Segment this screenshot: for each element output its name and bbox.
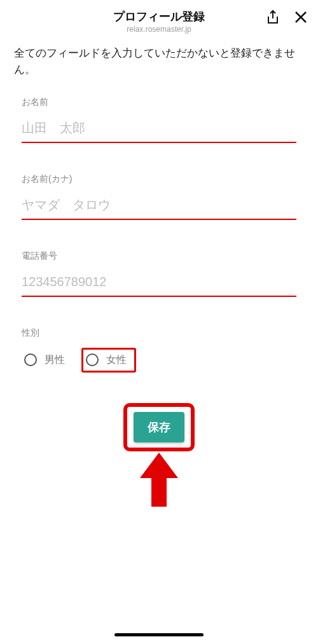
name-kana-field: お名前(カナ) — [22, 174, 296, 220]
notice-text: 全てのフィールドを入力していただかないと登録できません。 — [0, 39, 318, 83]
share-button[interactable] — [265, 9, 281, 25]
phone-input[interactable] — [22, 271, 296, 297]
save-highlight: 保存 — [123, 403, 195, 451]
svg-marker-0 — [140, 453, 178, 507]
close-button[interactable] — [293, 9, 309, 25]
name-field: お名前 — [22, 97, 296, 143]
page-title: プロフィール登録 — [113, 9, 205, 24]
name-kana-label: お名前(カナ) — [22, 174, 296, 185]
close-icon — [294, 10, 308, 24]
gender-male-label: 男性 — [45, 353, 65, 367]
share-icon — [266, 10, 280, 25]
header: プロフィール登録 relax.rosemaster.jp — [0, 0, 318, 39]
header-center: プロフィール登録 relax.rosemaster.jp — [113, 9, 205, 34]
phone-field: 電話番号 — [22, 250, 296, 297]
name-input[interactable] — [22, 117, 296, 143]
radio-icon — [86, 353, 99, 366]
page-subtitle: relax.rosemaster.jp — [113, 25, 205, 34]
radio-icon — [24, 353, 37, 366]
name-label: お名前 — [22, 97, 296, 108]
save-area: 保存 — [22, 403, 296, 507]
name-kana-input[interactable] — [22, 194, 296, 220]
gender-female-label: 女性 — [106, 353, 127, 367]
home-indicator[interactable] — [114, 633, 204, 636]
gender-female-option[interactable]: 女性 — [81, 348, 136, 373]
gender-male-option[interactable]: 男性 — [22, 350, 73, 371]
gender-field: 性別 男性 女性 — [22, 327, 296, 373]
gender-label: 性別 — [22, 327, 296, 339]
header-actions — [265, 9, 309, 25]
phone-label: 電話番号 — [22, 250, 296, 262]
save-button[interactable]: 保存 — [134, 412, 184, 442]
profile-form: お名前 お名前(カナ) 電話番号 性別 男性 女性 保存 — [0, 83, 318, 507]
arrow-up-icon — [140, 453, 178, 507]
gender-radio-group: 男性 女性 — [22, 348, 296, 373]
